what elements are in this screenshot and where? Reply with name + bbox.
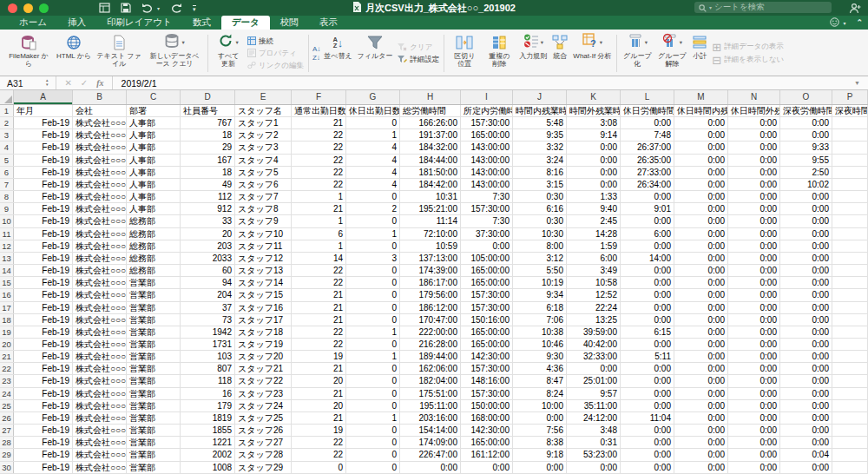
cell[interactable]: 9:18 [513, 449, 567, 460]
cell[interactable]: 休日時間内残業 [674, 105, 728, 116]
cell[interactable]: スタッフ23 [235, 388, 292, 399]
cell[interactable]: 0 [346, 437, 400, 448]
cell[interactable]: 0:00 [780, 388, 832, 399]
sheet-search-input[interactable]: ▾ シートを検索 [694, 2, 832, 13]
cell[interactable]: 9:01 [621, 203, 674, 214]
row-number[interactable]: 7 [0, 179, 14, 190]
cell[interactable]: 0:00 [674, 449, 728, 460]
cell[interactable]: 148:16:00 [461, 375, 513, 386]
cell[interactable]: Feb-19 [14, 425, 73, 436]
cell[interactable]: 0:00 [780, 253, 832, 264]
cell[interactable]: 165:00:00 [461, 326, 513, 338]
tab-data[interactable]: データ [221, 16, 270, 30]
remove-duplicates-button[interactable]: 重複の 削除 [482, 31, 516, 76]
cell[interactable]: 204 [181, 289, 235, 300]
cell[interactable]: スタッフ8 [235, 203, 292, 214]
cell[interactable]: Feb-19 [14, 289, 73, 300]
cell[interactable]: 人事部 [127, 142, 181, 153]
column-header-D[interactable]: D [181, 90, 235, 104]
cell[interactable]: 157:30:00 [461, 117, 513, 128]
cell[interactable]: 0:00 [674, 437, 728, 448]
row-number[interactable]: 24 [0, 388, 14, 399]
cell[interactable]: 203 [181, 240, 235, 252]
tab-formulas[interactable]: 数式 [182, 16, 221, 30]
cell[interactable]: 8:00 [513, 240, 567, 252]
cell[interactable]: スタッフ16 [235, 302, 292, 313]
cell[interactable]: 総務部 [127, 228, 181, 240]
html-import-button[interactable]: HTML から [54, 31, 94, 76]
cell[interactable]: 通常出勤日数 [292, 105, 346, 116]
cell[interactable]: 0 [346, 265, 400, 276]
cell[interactable]: 39:59:00 [567, 326, 621, 338]
cell[interactable]: 195:11:00 [400, 400, 461, 411]
cell[interactable]: 22 [292, 339, 346, 350]
cell[interactable]: 1 [292, 240, 346, 252]
cell[interactable]: 0:00 [728, 191, 780, 202]
cell[interactable]: 6:16 [513, 203, 567, 214]
cell[interactable]: 株式会社○○○ [73, 289, 127, 300]
cell[interactable]: Feb-19 [14, 412, 73, 424]
data-validation-button[interactable]: ▾ 入力規則 [516, 31, 549, 76]
cell[interactable]: 0:00 [621, 117, 674, 128]
cell[interactable]: 21 [292, 363, 346, 374]
column-header-N[interactable]: N [728, 90, 780, 104]
cell[interactable]: 21 [292, 388, 346, 399]
cell[interactable]: 0:00 [728, 117, 780, 128]
cell[interactable]: Feb-19 [14, 339, 73, 350]
cell[interactable]: 0:00 [728, 289, 780, 300]
row-number[interactable]: 1 [0, 105, 14, 116]
row-number[interactable]: 12 [0, 240, 14, 252]
cell[interactable]: 0:00 [780, 289, 832, 300]
cell[interactable]: 5:50 [513, 265, 567, 276]
cell[interactable]: 8:16 [513, 167, 567, 178]
cell[interactable]: 営業部 [127, 289, 181, 300]
cell[interactable]: スタッフ名 [235, 105, 292, 116]
cell[interactable]: 0:00 [728, 277, 780, 288]
cell[interactable]: 19 [292, 351, 346, 362]
cell[interactable] [832, 449, 868, 460]
cell[interactable]: スタッフ21 [235, 363, 292, 374]
cell[interactable]: 182:04:00 [400, 375, 461, 386]
cell[interactable]: Feb-19 [14, 400, 73, 411]
cell[interactable]: 0:30 [513, 215, 567, 227]
cell[interactable]: 3:48 [567, 425, 621, 436]
cell[interactable]: 179 [181, 400, 235, 411]
cell[interactable] [832, 265, 868, 276]
cell[interactable]: 株式会社○○○ [73, 155, 127, 166]
cell[interactable]: Feb-19 [14, 363, 73, 374]
cell[interactable]: 22 [292, 437, 346, 448]
refresh-all-button[interactable]: ▾ すべて 更新 [211, 31, 246, 76]
cell[interactable]: 174:09:00 [400, 437, 461, 448]
cell[interactable]: 0:00 [780, 400, 832, 411]
feedback-smiley-icon[interactable] [830, 15, 839, 30]
cell[interactable]: 0:00 [674, 363, 728, 374]
cell[interactable]: 40:42:00 [567, 339, 621, 350]
cell[interactable] [832, 155, 868, 166]
cell[interactable] [832, 339, 868, 350]
cancel-icon[interactable]: ✕ [60, 78, 76, 88]
cell[interactable]: 0:00 [674, 167, 728, 178]
cell[interactable]: 0:00 [780, 117, 832, 128]
cell[interactable]: 33 [181, 215, 235, 227]
cell[interactable]: 10:58 [567, 277, 621, 288]
cell[interactable]: 26:35:00 [621, 155, 674, 166]
toolbar-options-icon[interactable]: ▾ [193, 5, 196, 11]
cell[interactable]: 0:00 [728, 203, 780, 214]
cell[interactable]: 0:00 [674, 129, 728, 141]
cell[interactable]: 0:00 [567, 167, 621, 178]
cell[interactable]: 株式会社○○○ [73, 142, 127, 153]
cell[interactable]: 人事部 [127, 203, 181, 214]
cell[interactable]: 0:00 [728, 167, 780, 178]
cell[interactable]: 0 [346, 425, 400, 436]
cell[interactable]: 0:00 [780, 191, 832, 202]
cell[interactable]: 9:34 [513, 289, 567, 300]
cell[interactable]: 0 [346, 277, 400, 288]
cell[interactable] [832, 179, 868, 190]
cell[interactable]: 社員番号 [181, 105, 235, 116]
row-number[interactable]: 26 [0, 412, 14, 424]
cell[interactable]: 0:00 [728, 179, 780, 190]
cell[interactable]: 0 [346, 375, 400, 386]
cell[interactable]: 総務部 [127, 240, 181, 252]
cell[interactable]: 0:00 [728, 253, 780, 264]
cell[interactable]: 0:00 [674, 326, 728, 338]
